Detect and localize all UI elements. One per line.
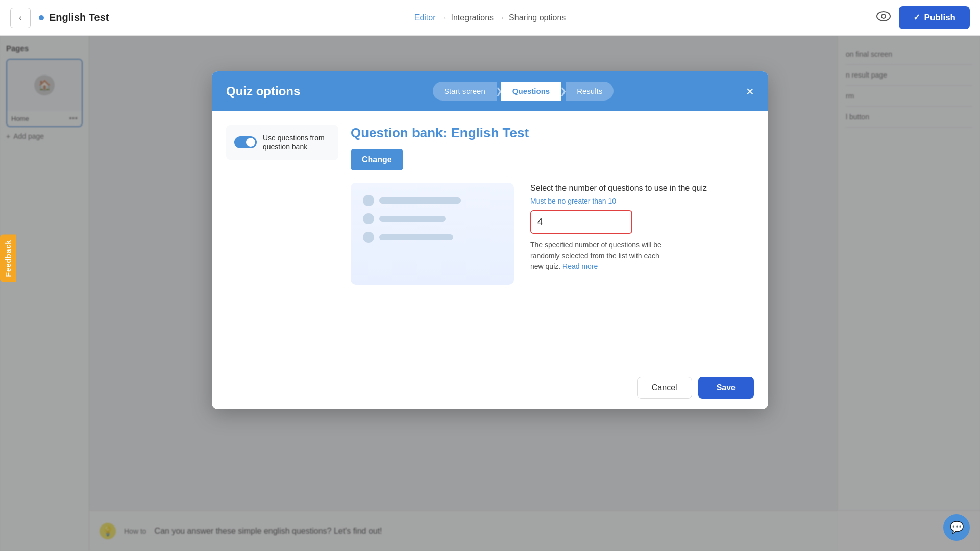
- main-area: Pages 🏠 Home ••• + Add page on final scr…: [0, 36, 980, 551]
- nav-arrow-1: →: [440, 14, 447, 22]
- hint-text: The specified number of questions will b…: [530, 240, 673, 272]
- quiz-options-modal: Quiz options Start screen ❯ Questions ❯ …: [212, 71, 768, 409]
- page-title: English Test: [49, 12, 109, 23]
- step-start-screen[interactable]: Start screen: [433, 82, 497, 101]
- nav-editor[interactable]: Editor: [414, 13, 436, 22]
- read-more-link[interactable]: Read more: [562, 262, 598, 270]
- toggle-card: Use questions from question bank: [226, 125, 338, 160]
- modal-body: Use questions from question bank Questio…: [212, 111, 768, 366]
- toggle-label: Use questions from question bank: [263, 133, 330, 152]
- nav-integrations[interactable]: Integrations: [451, 13, 494, 22]
- preview-row-2: [363, 213, 502, 224]
- preview-line-3: [379, 234, 453, 240]
- preview-line-2: [379, 216, 446, 222]
- feedback-button[interactable]: Feedback: [0, 235, 16, 282]
- cancel-button[interactable]: Cancel: [637, 377, 692, 399]
- preview-icon[interactable]: [876, 11, 891, 24]
- topbar-right: ✓ Publish: [876, 6, 970, 29]
- modal-header: Quiz options Start screen ❯ Questions ❯ …: [212, 71, 768, 111]
- topbar: ‹ English Test Editor → Integrations → S…: [0, 0, 980, 36]
- modal-left-panel: Use questions from question bank: [226, 125, 338, 352]
- preview-row-3: [363, 232, 502, 243]
- content-row: Select the number of questions to use in…: [351, 183, 754, 285]
- nav-sharing[interactable]: Sharing options: [509, 13, 566, 22]
- preview-dot-1: [363, 195, 374, 206]
- top-navigation: Editor → Integrations → Sharing options: [414, 13, 566, 22]
- step-results[interactable]: Results: [566, 82, 614, 101]
- number-input[interactable]: [531, 211, 632, 233]
- publish-label: Publish: [924, 13, 955, 23]
- preview-dot-2: [363, 213, 374, 224]
- select-config: Select the number of questions to use in…: [530, 183, 754, 272]
- modal-title: Quiz options: [226, 84, 300, 98]
- status-dot: [39, 15, 44, 20]
- modal-main-panel: Question bank: English Test Change: [351, 125, 754, 352]
- svg-point-0: [877, 12, 890, 21]
- toggle-switch[interactable]: [234, 136, 257, 148]
- nav-arrow-2: →: [498, 14, 505, 22]
- step-questions[interactable]: Questions: [501, 82, 561, 101]
- svg-point-1: [881, 14, 886, 18]
- preview-card: [351, 183, 514, 285]
- preview-line-1: [379, 197, 461, 204]
- chat-icon: 💬: [950, 521, 964, 534]
- question-bank-prefix: Question bank:: [351, 125, 451, 140]
- modal-close-button[interactable]: ×: [746, 85, 754, 98]
- step-arrow-1: ❯: [496, 86, 502, 96]
- modal-footer: Cancel Save: [212, 366, 768, 409]
- back-button[interactable]: ‹: [10, 8, 31, 28]
- change-button[interactable]: Change: [351, 149, 403, 170]
- question-bank-name: English Test: [451, 125, 529, 140]
- step-arrow-2: ❯: [560, 86, 567, 96]
- question-bank-title: Question bank: English Test: [351, 125, 754, 141]
- preview-row-1: [363, 195, 502, 206]
- save-button[interactable]: Save: [698, 377, 754, 399]
- publish-button[interactable]: ✓ Publish: [899, 6, 970, 29]
- number-input-wrapper: ▲ ▼: [530, 210, 632, 234]
- validation-message: Must be no greater than 10: [530, 197, 754, 205]
- select-label: Select the number of questions to use in…: [530, 183, 754, 194]
- publish-check-icon: ✓: [913, 12, 920, 23]
- modal-steps: Start screen ❯ Questions ❯ Results: [433, 82, 614, 101]
- back-icon: ‹: [19, 13, 21, 22]
- preview-dot-3: [363, 232, 374, 243]
- chat-button[interactable]: 💬: [943, 514, 970, 541]
